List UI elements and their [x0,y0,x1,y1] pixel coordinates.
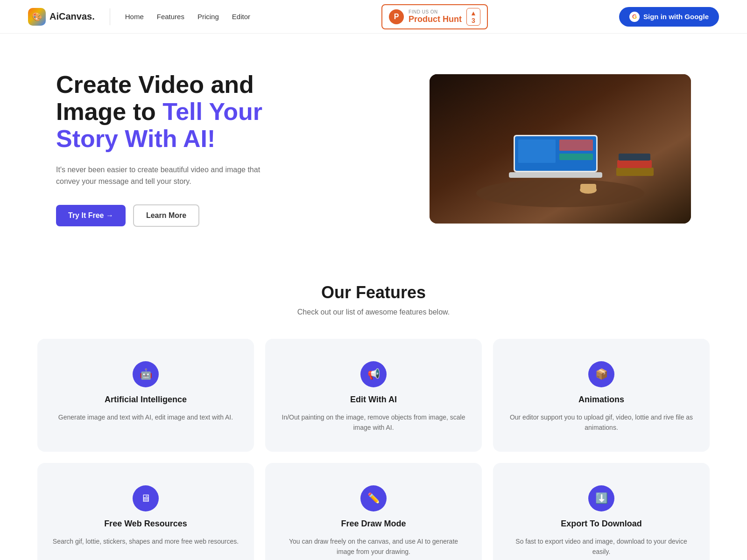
hero-buttons: Try It Free → Learn More [56,204,280,227]
svg-rect-7 [559,154,593,160]
feature-card-animations: 📦 Animations Our editor support you to u… [493,339,710,452]
try-it-free-button[interactable]: Try It Free → [56,205,126,226]
svg-rect-10 [619,154,650,161]
feature-desc-resources: Search gif, lottie, stickers, shapes and… [53,536,239,546]
hero-text: Create Video andImage to Tell YourStory … [56,71,280,227]
feature-icon-animations: 📦 [588,361,614,387]
feature-name-draw: Free Draw Mode [341,519,406,529]
features-grid: 🤖 Artificial Intelligence Generate image… [37,339,710,560]
svg-rect-12 [580,184,596,190]
feature-card-draw: ✏️ Free Draw Mode You can draw freely on… [265,463,482,560]
features-subtitle: Check out our list of awesome features b… [37,308,710,316]
try-it-free-label: Try It Free → [68,211,113,220]
ph-logo-icon: P [389,9,404,24]
feature-name-edit: Edit With AI [350,395,397,405]
nav-editor[interactable]: Editor [232,13,250,21]
svg-rect-6 [559,140,593,151]
feature-name-export: Export To Download [561,519,642,529]
nav-links: Home Features Pricing Editor [125,13,250,21]
ph-arrow-icon: ▲ [470,9,477,17]
feature-icon-ai: 🤖 [133,361,159,387]
feature-card-resources: 🖥 Free Web Resources Search gif, lottie,… [37,463,254,560]
feature-card-export: ⬇️ Export To Download So fast to export … [493,463,710,560]
nav-pricing[interactable]: Pricing [197,13,219,21]
svg-rect-8 [616,168,654,176]
hero-subtitle: It's never been easier to create beautif… [56,164,261,188]
feature-desc-export: So fast to export video and image, downl… [508,536,695,557]
feature-icon-resources: 🖥 [133,485,159,511]
logo[interactable]: 🎨 AiCanvas. [28,8,95,26]
svg-point-1 [476,179,644,207]
google-icon: G [629,12,640,22]
learn-more-button[interactable]: Learn More [133,204,199,227]
ph-name-label: Product Hunt [409,14,462,24]
product-hunt-badge[interactable]: P FIND US ON Product Hunt ▲ 3 [381,4,488,29]
sign-in-button[interactable]: G Sign in with Google [619,7,719,27]
navbar: 🎨 AiCanvas. Home Features Pricing Editor… [0,0,747,34]
google-g-letter: G [632,13,637,20]
nav-right: G Sign in with Google [619,7,719,27]
feature-name-animations: Animations [578,395,624,405]
svg-rect-9 [617,160,652,168]
hero-illustration [430,74,691,224]
feature-card-edit: 📢 Edit With AI In/Out painting on the im… [265,339,482,452]
feature-icon-export: ⬇️ [588,485,614,511]
logo-text: AiCanvas. [49,11,95,22]
feature-icon-draw: ✏️ [360,485,387,511]
feature-card-ai: 🤖 Artificial Intelligence Generate image… [37,339,254,452]
learn-more-label: Learn More [146,211,186,219]
nav-left: 🎨 AiCanvas. Home Features Pricing Editor [28,8,250,26]
sign-in-label: Sign in with Google [643,13,709,21]
ph-find-label: FIND US ON [409,9,462,14]
feature-icon-edit: 📢 [360,361,387,387]
ph-count-num: 3 [472,17,475,24]
feature-name-resources: Free Web Resources [104,519,187,529]
hero-section: Create Video andImage to Tell YourStory … [0,34,747,255]
product-hunt-area: P FIND US ON Product Hunt ▲ 3 [381,4,488,29]
nav-divider [110,8,110,25]
feature-desc-animations: Our editor support you to upload gif, vi… [508,412,695,433]
svg-rect-2 [509,172,602,178]
logo-icon: 🎨 [28,8,46,26]
svg-rect-5 [518,140,556,163]
nav-home[interactable]: Home [125,13,144,21]
hero-title: Create Video andImage to Tell YourStory … [56,71,280,153]
features-title: Our Features [37,283,710,302]
feature-desc-edit: In/Out painting on the image, remove obj… [280,412,467,433]
ph-text-block: FIND US ON Product Hunt [409,9,462,24]
ph-count-block: ▲ 3 [466,8,480,26]
feature-desc-draw: You can draw freely on the canvas, and u… [280,536,467,557]
features-section: Our Features Check out our list of aweso… [0,255,747,560]
nav-features[interactable]: Features [157,13,184,21]
hero-image [430,74,691,224]
feature-desc-ai: Generate image and text with AI, edit im… [58,412,233,422]
feature-name-ai: Artificial Intelligence [105,395,187,405]
